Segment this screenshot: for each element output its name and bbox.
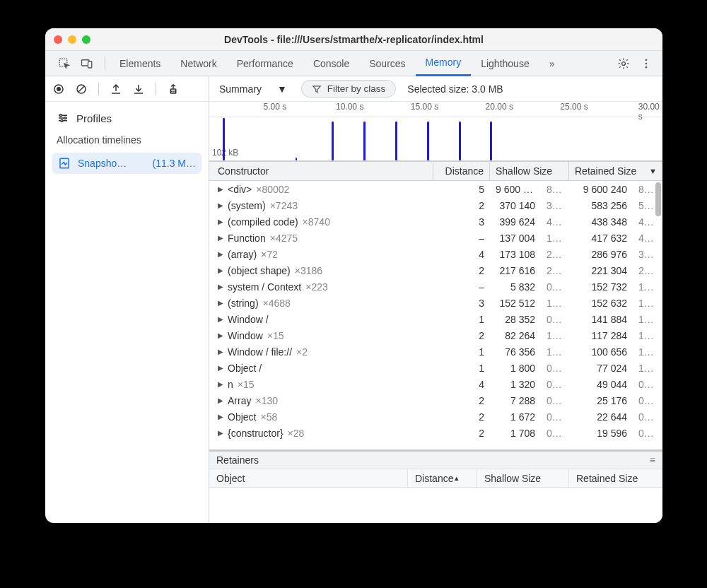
main-panel: Summary ▼ Filter by class Selected size:… xyxy=(209,76,662,523)
col-retained[interactable]: Retained Size▼ xyxy=(569,162,662,180)
snapshot-icon xyxy=(58,157,71,170)
allocation-timeline[interactable]: 5.00 s 10.00 s 15.00 s 20.00 s 25.00 s 3… xyxy=(209,102,662,161)
shallow-size: 173 108 xyxy=(490,249,541,260)
shallow-pct: 1 % xyxy=(541,330,569,341)
instance-count: ×2 xyxy=(296,346,308,358)
table-row[interactable]: ▶(array) ×724173 1082 %286 9763 % xyxy=(209,246,662,262)
shallow-pct: 0 % xyxy=(541,281,569,293)
retained-size: 221 304 xyxy=(569,265,633,276)
snapshot-item[interactable]: Snapsho… (11.3 M… xyxy=(52,153,201,174)
disclosure-icon: ▶ xyxy=(218,348,223,355)
disclosure-icon: ▶ xyxy=(218,364,223,372)
table-row[interactable]: ▶Window / 128 3520 %141 8841 % xyxy=(209,311,662,327)
table-row[interactable]: ▶(object shape) ×31862217 6162 %221 3042… xyxy=(209,262,662,278)
table-row[interactable]: ▶(compiled code) ×87403399 6244 %438 348… xyxy=(209,213,662,230)
summary-dropdown[interactable]: Summary ▼ xyxy=(216,83,290,95)
tab-console[interactable]: Console xyxy=(303,51,359,76)
window-title: DevTools - file:///Users/stmarthe/x-repl… xyxy=(54,34,654,45)
instance-count: ×28 xyxy=(288,428,305,439)
chevron-down-icon: ▼ xyxy=(277,83,287,95)
devtools-window: DevTools - file:///Users/stmarthe/x-repl… xyxy=(45,28,662,523)
constructor-name: (string) xyxy=(228,298,259,309)
titlebar: DevTools - file:///Users/stmarthe/x-repl… xyxy=(45,28,662,51)
retained-size: 22 644 xyxy=(569,411,633,423)
disclosure-icon: ▶ xyxy=(218,315,223,323)
filter-placeholder: Filter by class xyxy=(327,83,386,94)
table-row[interactable]: ▶Object / 11 8000 %77 0241 % xyxy=(209,360,662,376)
shallow-pct: 0 % xyxy=(541,428,569,439)
disclosure-icon: ▶ xyxy=(218,283,223,290)
settings-icon[interactable] xyxy=(617,57,630,70)
retainers-panel: Retainers ≡ Object Distance▴ Shallow Siz… xyxy=(209,449,662,523)
class-filter-input[interactable]: Filter by class xyxy=(301,80,397,98)
table-row[interactable]: ▶Window / file:// ×2176 3561 %100 6561 % xyxy=(209,343,662,360)
panel-tabs: Elements Network Performance Console Sou… xyxy=(110,51,564,76)
minimize-window-button[interactable] xyxy=(68,35,76,44)
table-row[interactable]: ▶n ×1541 3200 %49 0440 % xyxy=(209,376,662,392)
device-toolbar-icon[interactable] xyxy=(81,57,93,70)
table-row[interactable]: ▶Window ×15282 2641 %117 2841 % xyxy=(209,327,662,343)
retainers-col-retained[interactable]: Retained Size xyxy=(569,469,662,487)
col-constructor[interactable]: Constructor xyxy=(209,162,433,180)
retained-size: 77 024 xyxy=(569,363,633,374)
instance-count: ×130 xyxy=(255,395,278,406)
inspect-icon[interactable] xyxy=(58,57,71,70)
retainers-col-object[interactable]: Object xyxy=(209,469,408,487)
table-row[interactable]: ▶{constructor} ×2821 7080 %19 5960 % xyxy=(209,425,662,441)
zoom-window-button[interactable] xyxy=(82,35,90,44)
vertical-scrollbar[interactable] xyxy=(654,181,662,523)
tab-performance[interactable]: Performance xyxy=(227,51,303,76)
disclosure-icon: ▶ xyxy=(218,413,223,421)
constructor-name: Window / file:// xyxy=(228,346,292,358)
clear-icon[interactable] xyxy=(75,83,88,95)
scrollbar-thumb[interactable] xyxy=(655,182,661,216)
instance-count: ×80002 xyxy=(256,184,289,195)
shallow-size: 1 708 xyxy=(490,428,541,439)
shallow-size: 399 624 xyxy=(490,216,541,228)
kebab-menu-icon[interactable] xyxy=(640,57,653,70)
table-row[interactable]: ▶(string) ×46883152 5121 %152 6321 % xyxy=(209,295,662,311)
table-row[interactable]: ▶<div> ×8000259 600 24085 %9 600 24085 % xyxy=(209,181,662,197)
gc-icon[interactable] xyxy=(167,83,180,95)
constructor-name: system / Context xyxy=(228,281,301,293)
distance-value: 3 xyxy=(433,216,490,228)
table-row[interactable]: ▶system / Context ×223–5 8320 %152 7321 … xyxy=(209,278,662,295)
instance-count: ×15 xyxy=(267,330,284,341)
close-window-button[interactable] xyxy=(54,35,62,44)
tab-sources[interactable]: Sources xyxy=(359,51,415,76)
upload-icon[interactable] xyxy=(110,83,122,95)
instance-count: ×223 xyxy=(305,281,328,293)
table-row[interactable]: ▶Object ×5821 6720 %22 6440 % xyxy=(209,408,662,425)
shallow-pct: 1 % xyxy=(541,233,569,244)
table-row[interactable]: ▶Array ×13027 2880 %25 1760 % xyxy=(209,392,662,408)
constructor-name: Window / xyxy=(228,314,269,325)
instance-count: ×15 xyxy=(238,379,255,390)
table-row[interactable]: ▶Function ×4275–137 0041 %417 6324 % xyxy=(209,230,662,246)
tab-memory[interactable]: Memory xyxy=(416,51,472,76)
retained-size: 583 256 xyxy=(569,200,633,211)
tab-elements[interactable]: Elements xyxy=(110,51,170,76)
disclosure-icon: ▶ xyxy=(218,250,223,258)
shallow-pct: 0 % xyxy=(541,395,569,406)
retainers-col-shallow[interactable]: Shallow Size xyxy=(477,469,569,487)
retained-size: 100 656 xyxy=(569,346,633,358)
record-icon[interactable] xyxy=(52,83,65,95)
shallow-size: 28 352 xyxy=(490,314,541,325)
sidebar: Profiles Allocation timelines Snapsho… (… xyxy=(45,76,209,523)
download-icon[interactable] xyxy=(132,83,145,95)
shallow-pct: 85 % xyxy=(541,184,569,195)
col-distance[interactable]: Distance xyxy=(433,162,490,180)
main-toolbar: Summary ▼ Filter by class Selected size:… xyxy=(209,76,662,102)
retained-size: 152 732 xyxy=(569,281,633,293)
retainers-col-distance[interactable]: Distance▴ xyxy=(408,469,477,487)
table-header: Constructor Distance Shallow Size Retain… xyxy=(209,161,662,181)
tab-lighthouse[interactable]: Lighthouse xyxy=(471,51,539,76)
tab-network[interactable]: Network xyxy=(170,51,226,76)
shallow-size: 152 512 xyxy=(490,298,541,309)
profiles-label: Profiles xyxy=(76,112,112,124)
tab-more[interactable]: » xyxy=(539,51,565,76)
shallow-pct: 2 % xyxy=(541,249,569,260)
table-row[interactable]: ▶(system) ×72432370 1403 %583 2565 % xyxy=(209,197,662,213)
col-shallow[interactable]: Shallow Size xyxy=(490,162,569,180)
disclosure-icon: ▶ xyxy=(218,266,223,274)
